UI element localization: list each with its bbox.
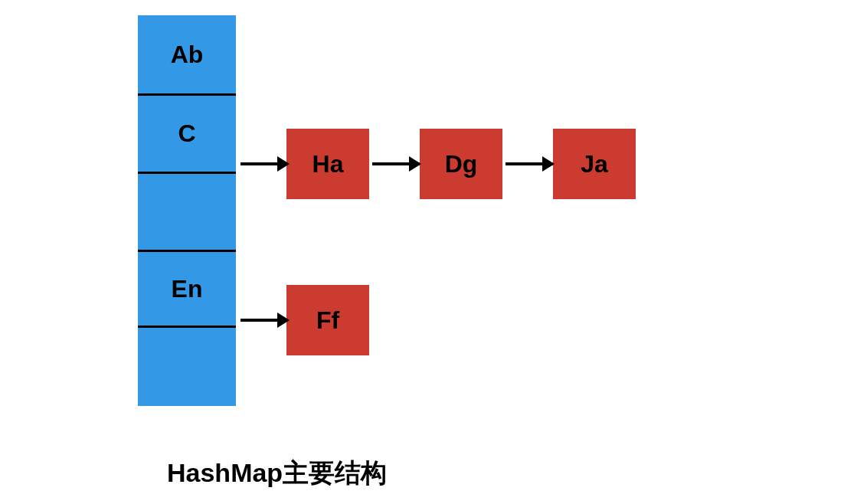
- hashmap-diagram: Ab C En Ha Dg Ja Ff: [138, 15, 236, 406]
- linked-node: Dg: [420, 129, 502, 199]
- arrow-icon: [240, 319, 288, 322]
- bucket-cell-1: C: [138, 93, 236, 172]
- chain-row-1: Ha Dg Ja: [236, 129, 636, 199]
- bucket-array: Ab C En: [138, 15, 236, 406]
- arrow-icon: [372, 162, 420, 165]
- arrow-icon: [240, 162, 288, 165]
- chain-row-3: Ff: [236, 285, 369, 355]
- bucket-cell-0: Ab: [138, 15, 236, 93]
- linked-node: Ja: [553, 129, 636, 199]
- arrow-icon: [505, 162, 553, 165]
- linked-node: Ha: [286, 129, 369, 199]
- bucket-cell-3: En: [138, 250, 236, 328]
- bucket-cell-4: [138, 328, 236, 406]
- bucket-cell-2: [138, 172, 236, 250]
- diagram-caption: HashMap主要结构: [167, 456, 387, 491]
- linked-node: Ff: [286, 285, 369, 355]
